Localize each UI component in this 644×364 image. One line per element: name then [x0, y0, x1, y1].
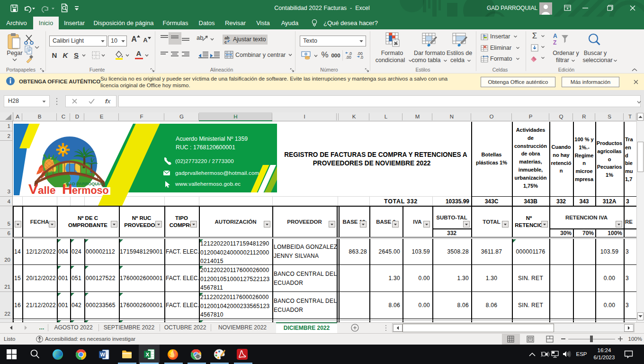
- svg-text:W: W: [100, 352, 106, 357]
- svg-text:(02)2773220 / 2773300: (02)2773220 / 2773300: [175, 158, 234, 164]
- svg-text:RUC : 1768120600001: RUC : 1768120600001: [176, 144, 235, 151]
- svg-text:X: X: [146, 352, 150, 357]
- svg-text:c: c: [224, 40, 227, 45]
- svg-text:ermoso: ermoso: [72, 185, 109, 196]
- svg-text:gadprvallehermoso@hotmail.com: gadprvallehermoso@hotmail.com: [175, 170, 259, 176]
- svg-text:A: A: [553, 33, 557, 39]
- svg-text:Z: Z: [553, 39, 556, 46]
- svg-text:www.vallehermoso.gob.ec: www.vallehermoso.gob.ec: [175, 181, 241, 187]
- svg-text:V: V: [28, 181, 38, 197]
- svg-text:alle: alle: [38, 184, 56, 196]
- svg-text:Acuerdo Ministerial Nº 1359: Acuerdo Ministerial Nº 1359: [176, 136, 248, 142]
- svg-text:.00: .00: [346, 55, 351, 60]
- svg-text:GAD PARROQUIAL: GAD PARROQUIAL: [66, 182, 105, 186]
- svg-text:.0: .0: [360, 55, 363, 60]
